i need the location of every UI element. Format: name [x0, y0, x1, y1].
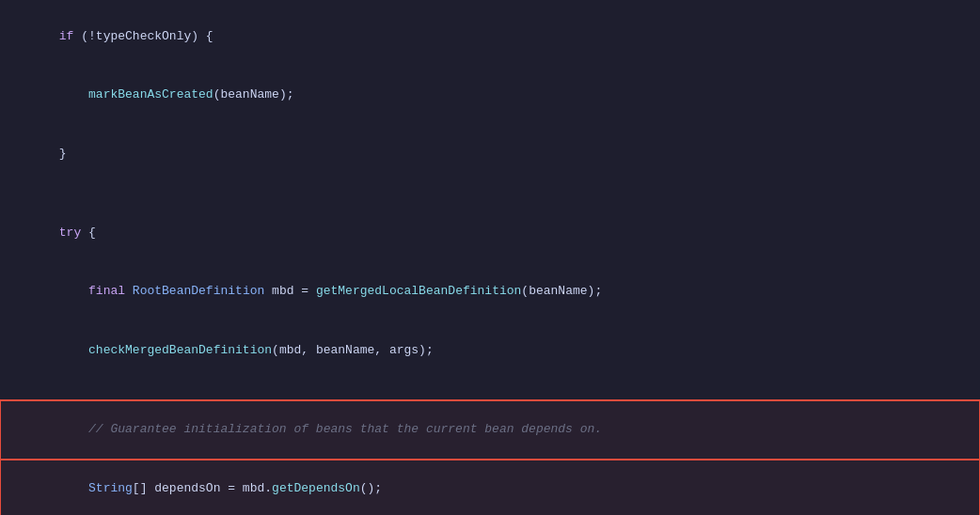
code-line-10: String[] dependsOn = mbd.getDependsOn();: [0, 460, 980, 515]
code-line-1: if (!typeCheckOnly) {: [0, 8, 980, 66]
code-line-empty-2: [0, 380, 980, 400]
code-line-empty-1: [0, 183, 980, 204]
code-line-2: markBeanAsCreated(beanName);: [0, 66, 980, 124]
code-line-9: // Guarantee initialization of beans tha…: [0, 400, 980, 459]
code-line-5: try {: [0, 204, 980, 262]
code-line-6: final RootBeanDefinition mbd = getMerged…: [0, 263, 980, 321]
code-editor: if (!typeCheckOnly) { markBeanAsCreated(…: [0, 0, 980, 515]
code-line-7: checkMergedBeanDefinition(mbd, beanName,…: [0, 321, 980, 380]
code-line-3: }: [0, 125, 980, 183]
